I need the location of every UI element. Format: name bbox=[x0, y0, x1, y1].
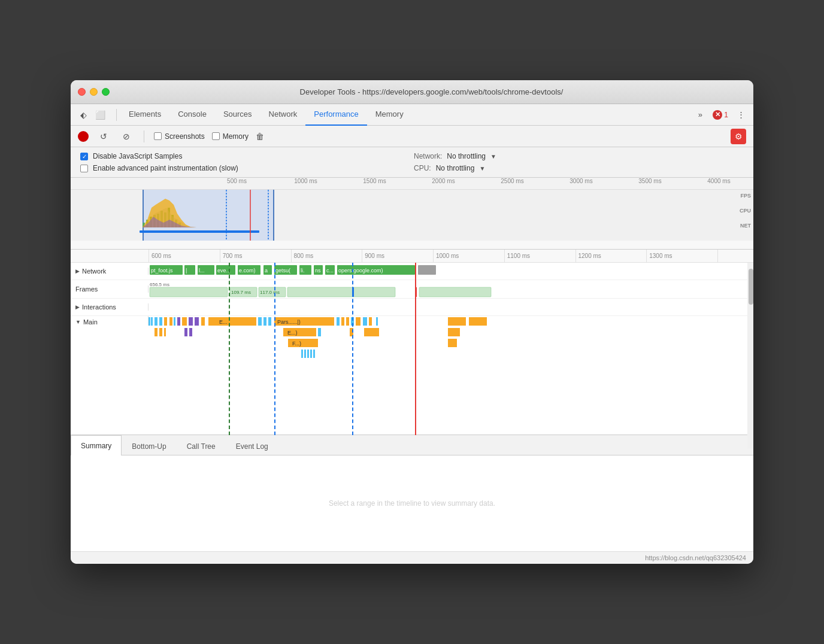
tick-2500ms: 2500 ms bbox=[478, 178, 547, 189]
js-samples-checkbox[interactable]: ✓ bbox=[80, 153, 88, 160]
interactions-label-text: Interactions bbox=[82, 303, 116, 311]
inspect-icon[interactable]: ⬜ bbox=[92, 107, 108, 123]
close-button[interactable] bbox=[78, 88, 86, 96]
more-tabs-button[interactable]: » bbox=[692, 107, 708, 123]
devtools-menu[interactable]: ⋮ bbox=[733, 107, 749, 123]
network-throttle-option: Network: No throttling ▼ bbox=[414, 152, 744, 160]
tab-console[interactable]: Console bbox=[169, 104, 215, 126]
tick-2000ms: 2000 ms bbox=[409, 178, 478, 189]
tab-network[interactable]: Network bbox=[260, 104, 306, 126]
svg-rect-70 bbox=[337, 317, 340, 326]
advanced-paint-option: Enable advanced paint instrumentation (s… bbox=[80, 164, 410, 172]
interactions-track-label[interactable]: ▶ Interactions bbox=[71, 303, 149, 311]
svg-rect-42 bbox=[150, 287, 228, 297]
tab-memory[interactable]: Memory bbox=[367, 104, 412, 126]
timeline-overview[interactable]: 500 ms 1000 ms 1500 ms 2000 ms 2500 ms 3… bbox=[71, 178, 753, 250]
timeline-scrollbar[interactable] bbox=[747, 263, 753, 448]
tick-500ms: 500 ms bbox=[202, 178, 271, 189]
network-track: ▶ Network pt_foot.js | l... eve... e bbox=[71, 263, 753, 280]
svg-rect-94 bbox=[301, 350, 303, 358]
nav-right: » ✕ 1 ⋮ bbox=[692, 107, 749, 123]
svg-text:Pars......|): Pars......|) bbox=[277, 319, 301, 325]
maximize-button[interactable] bbox=[102, 88, 110, 96]
bottom-tabs: Summary Bottom-Up Call Tree Event Log bbox=[71, 435, 753, 455]
cpu-dropdown-arrow[interactable]: ▼ bbox=[479, 165, 485, 172]
window-title: Developer Tools - https://developers.goo… bbox=[117, 87, 746, 96]
svg-rect-65 bbox=[258, 317, 262, 326]
svg-rect-98 bbox=[313, 350, 315, 358]
memory-checkbox-label[interactable]: Memory bbox=[212, 132, 249, 141]
svg-rect-54 bbox=[159, 317, 162, 326]
svg-rect-95 bbox=[304, 350, 306, 358]
d-tick-end bbox=[717, 250, 753, 262]
network-track-label[interactable]: ▶ Network bbox=[71, 268, 149, 275]
d-tick-600: 600 ms bbox=[149, 250, 220, 262]
interactions-track-content bbox=[149, 299, 753, 315]
svg-text:117.0 ms: 117.0 ms bbox=[260, 290, 280, 295]
tab-elements[interactable]: Elements bbox=[120, 104, 169, 126]
svg-text:l...: l... bbox=[199, 268, 205, 274]
overview-ruler: 500 ms 1000 ms 1500 ms 2000 ms 2500 ms 3… bbox=[71, 178, 753, 190]
svg-rect-74 bbox=[356, 317, 360, 326]
svg-rect-90 bbox=[448, 328, 460, 336]
options-bar: ✓ Disable JavaScript Samples Network: No… bbox=[71, 147, 753, 178]
interactions-expand-arrow[interactable]: ▶ bbox=[75, 304, 80, 310]
network-label: Network: bbox=[414, 152, 442, 160]
timeline-detail-wrapper: 600 ms 700 ms 800 ms 900 ms 1000 ms 1100… bbox=[71, 250, 753, 435]
svg-rect-56 bbox=[169, 317, 172, 326]
svg-text:E...): E...) bbox=[287, 330, 298, 336]
frames-track-content: 656.5 ms 109.7 ms 117.0 ms bbox=[149, 280, 753, 298]
svg-rect-59 bbox=[182, 317, 187, 326]
screenshots-checkbox-label[interactable]: Screenshots bbox=[154, 132, 205, 141]
bottom-content: Select a range in the timeline to view s… bbox=[71, 455, 753, 551]
svg-rect-79 bbox=[469, 317, 487, 326]
cpu-chart-label: CPU bbox=[740, 208, 751, 214]
screenshots-checkbox[interactable] bbox=[154, 132, 162, 140]
main-expand-arrow[interactable]: ▼ bbox=[75, 319, 81, 325]
memory-checkbox[interactable] bbox=[212, 132, 220, 140]
tab-summary[interactable]: Summary bbox=[71, 435, 122, 455]
error-badge: ✕ 1 bbox=[713, 110, 728, 120]
svg-rect-72 bbox=[346, 317, 349, 326]
d-tick-1000: 1000 ms bbox=[433, 250, 504, 262]
tab-event-log[interactable]: Event Log bbox=[226, 436, 278, 456]
minimize-button[interactable] bbox=[90, 88, 98, 96]
svg-rect-78 bbox=[448, 317, 466, 326]
d-tick-1100: 1100 ms bbox=[504, 250, 575, 262]
frames-track: Frames 656.5 ms 109.7 ms 117.0 ms bbox=[71, 280, 753, 299]
tab-performance[interactable]: Performance bbox=[305, 104, 366, 126]
tick-1500ms: 1500 ms bbox=[340, 178, 409, 189]
svg-rect-66 bbox=[263, 317, 266, 326]
svg-rect-97 bbox=[310, 350, 312, 358]
network-dropdown-arrow[interactable]: ▼ bbox=[490, 153, 496, 160]
d-tick-1200: 1200 ms bbox=[575, 250, 647, 262]
svg-rect-58 bbox=[177, 317, 180, 326]
stop-button[interactable]: ⊘ bbox=[119, 129, 134, 144]
interactions-track: ▶ Interactions bbox=[71, 299, 753, 316]
main-track-label[interactable]: ▼ Main bbox=[71, 316, 149, 326]
svg-rect-84 bbox=[189, 328, 192, 336]
frames-label-text: Frames bbox=[75, 285, 98, 293]
svg-rect-52 bbox=[151, 317, 153, 326]
scrollbar-thumb[interactable] bbox=[749, 269, 753, 305]
overview-chart: FPS CPU NET bbox=[71, 190, 753, 241]
svg-text:e.com): e.com) bbox=[239, 268, 256, 274]
tab-sources[interactable]: Sources bbox=[215, 104, 260, 126]
fps-label: FPS bbox=[740, 193, 751, 199]
blue-marker-line bbox=[352, 263, 353, 435]
svg-rect-60 bbox=[189, 317, 193, 326]
advanced-paint-checkbox[interactable] bbox=[80, 165, 88, 172]
clear-button[interactable]: 🗑 bbox=[256, 132, 264, 141]
blue-marker-line-2 bbox=[274, 263, 275, 435]
main-track: ▼ Main bbox=[71, 316, 753, 435]
cursor-icon[interactable]: ⬖ bbox=[75, 107, 91, 123]
svg-rect-57 bbox=[174, 317, 175, 326]
record-button[interactable] bbox=[78, 131, 89, 142]
timeline-detail[interactable]: 600 ms 700 ms 800 ms 900 ms 1000 ms 1100… bbox=[71, 250, 753, 435]
footer-url-text: https://blog.csdn.net/qq632305424 bbox=[645, 554, 746, 561]
network-expand-arrow[interactable]: ▶ bbox=[75, 268, 80, 274]
tab-call-tree[interactable]: Call Tree bbox=[177, 436, 226, 456]
settings-gear-icon[interactable]: ⚙ bbox=[731, 129, 746, 144]
tab-bottom-up[interactable]: Bottom-Up bbox=[122, 436, 176, 456]
reload-button[interactable]: ↺ bbox=[96, 129, 111, 144]
